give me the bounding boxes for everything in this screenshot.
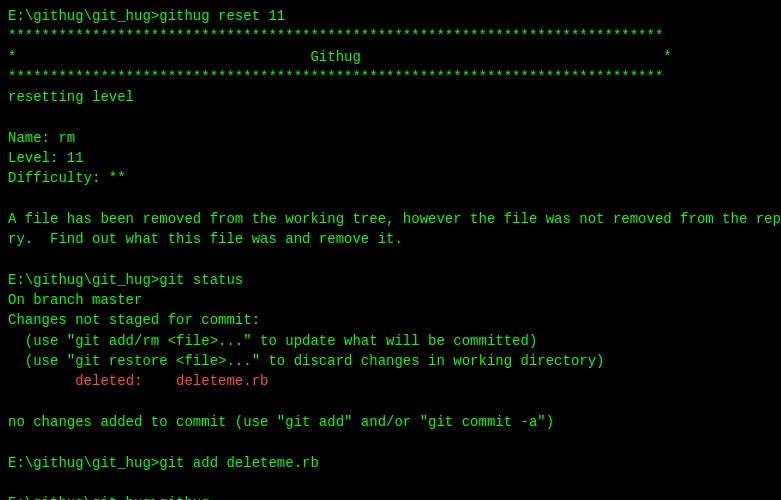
- blank4-line: [8, 392, 773, 412]
- blank3-line: [8, 250, 773, 270]
- resetting-line: resetting level: [8, 87, 773, 107]
- changes-line: Changes not staged for commit:: [8, 310, 773, 330]
- name-line: Name: rm: [8, 128, 773, 148]
- githug-title-line: * Githug *: [8, 47, 773, 67]
- branch-line: On branch master: [8, 290, 773, 310]
- deleted-line: deleted: deleteme.rb: [8, 371, 773, 391]
- hint2-line: (use "git restore <file>..." to discard …: [8, 351, 773, 371]
- cmd4-line: E:\githug\git_hug>githug: [8, 493, 773, 500]
- desc1-line: A file has been removed from the working…: [8, 209, 773, 229]
- blank2-line: [8, 189, 773, 209]
- cmd2-line: E:\githug\git_hug>git status: [8, 270, 773, 290]
- blank6-line: [8, 473, 773, 493]
- cmd1-line: E:\githug\git_hug>githug reset 11: [8, 6, 773, 26]
- blank5-line: [8, 432, 773, 452]
- desc2-line: ry. Find out what this file was and remo…: [8, 229, 773, 249]
- hint1-line: (use "git add/rm <file>..." to update wh…: [8, 331, 773, 351]
- difficulty-line: Difficulty: **: [8, 168, 773, 188]
- cmd3-line: E:\githug\git_hug>git add deleteme.rb: [8, 453, 773, 473]
- blank1-line: [8, 107, 773, 127]
- nochanges-line: no changes added to commit (use "git add…: [8, 412, 773, 432]
- stars2-line: ****************************************…: [8, 67, 773, 87]
- stars1-line: ****************************************…: [8, 26, 773, 46]
- level-line: Level: 11: [8, 148, 773, 168]
- terminal: E:\githug\git_hug>githug reset 11 ******…: [0, 0, 781, 500]
